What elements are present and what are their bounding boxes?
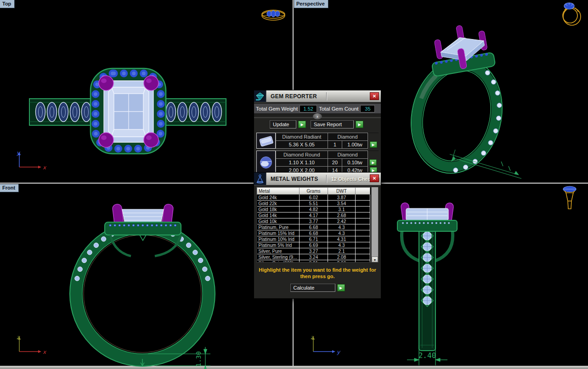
- metal-weights-panel: METAL WEIGHTS 12 Objects Checked ✕ Metal…: [254, 172, 381, 299]
- titlebar-separator: [326, 92, 327, 101]
- top-ring: [29, 68, 226, 154]
- axis-indicator-front: z x: [13, 334, 51, 356]
- right-ring: [397, 202, 457, 351]
- metal-weights-close-button[interactable]: ✕: [370, 174, 379, 182]
- cad-workspace: Top Perspective Front: [0, 0, 588, 369]
- gem-group: Diamond RoundDiamond1.10 X 1.10200.10tw▶…: [256, 151, 379, 173]
- axis-label-x: x: [43, 164, 47, 171]
- gem-list: Diamond RadiantDiamond5.36 X 5.0511.00tw…: [254, 133, 381, 173]
- gem-row: 5.36 X 5.0511.00tw▶: [276, 141, 379, 149]
- gem-count: 1: [328, 141, 342, 149]
- gem-size: 1.10 X 1.10: [276, 159, 328, 167]
- gem-row: 1.10 X 1.10200.10tw▶: [276, 159, 379, 167]
- perspective-orientation-ring-icon: [563, 3, 581, 25]
- metal-weights-titlebar[interactable]: METAL WEIGHTS 12 Objects Checked ✕: [254, 173, 381, 185]
- right-dimension-text: 2.40: [418, 351, 436, 360]
- gem-name: Diamond Round: [276, 151, 328, 159]
- gem-weight: 0.10tw: [342, 159, 368, 167]
- total-gem-count-label: Total Gem Count: [319, 106, 358, 112]
- right-orientation-ring-icon: [563, 186, 576, 209]
- column-header-dwt[interactable]: DWT: [328, 188, 356, 195]
- gem-go-button[interactable]: ▶: [369, 159, 377, 166]
- arrow-down-icon: ▼: [373, 258, 377, 262]
- collapse-divider: ▲: [254, 115, 381, 118]
- center-stone: [104, 81, 153, 142]
- column-header-metal[interactable]: Metal: [257, 188, 300, 195]
- metal-row[interactable]: Gold 14k4.172.68: [257, 212, 370, 218]
- update-go-button[interactable]: ▶: [298, 121, 306, 128]
- calculate-button[interactable]: Calculate: [290, 284, 335, 292]
- metal-row[interactable]: Gold 18k4.823.1: [257, 207, 370, 212]
- gem-reporter-title: GEM REPORTER: [266, 93, 326, 100]
- viewport-label-perspective[interactable]: Perspective: [294, 0, 328, 8]
- save-report-button[interactable]: Save Report: [311, 120, 354, 129]
- axis-indicator-top: y x: [13, 150, 51, 172]
- close-icon: ✕: [373, 94, 376, 99]
- right-head: [397, 202, 457, 231]
- calculate-go-button[interactable]: ▶: [337, 284, 345, 291]
- gem-group: Diamond RadiantDiamond5.36 X 5.0511.00tw…: [256, 133, 379, 149]
- play-icon: ▶: [300, 123, 303, 127]
- axis-indicator-right: z y: [307, 334, 345, 356]
- instruction-line-1: Highlight the item you want to find the …: [254, 267, 381, 273]
- scroll-down-button[interactable]: ▼: [372, 257, 378, 263]
- chevron-up-icon: ▲: [316, 115, 319, 118]
- metal-row[interactable]: Platinum 15% Irid6.684.3: [257, 230, 370, 236]
- metal-row[interactable]: Platinum, Pure6.684.3: [257, 224, 370, 230]
- metal-weights-title: METAL WEIGHTS: [266, 176, 326, 182]
- metal-row[interactable]: Silver, Pure3.272.1: [257, 248, 370, 254]
- front-ring: [70, 204, 215, 366]
- total-gem-count-value: 35: [360, 105, 375, 112]
- front-head: [105, 204, 181, 235]
- update-button[interactable]: Update: [270, 120, 296, 129]
- axis-label-y: y: [337, 349, 341, 355]
- instruction-text: Highlight the item you want to find the …: [254, 267, 381, 280]
- metal-row[interactable]: Silver, Coin (900)3.212.06: [257, 260, 370, 263]
- gem-count: 20: [328, 159, 342, 167]
- gem-reporter-titlebar[interactable]: GEM REPORTER ✕: [254, 90, 381, 102]
- gem-material: Diamond: [328, 133, 368, 141]
- metal-table: Metal Grams DWT Gold 24k6.023.87Gold 22k…: [257, 187, 370, 263]
- gem-material: Diamond: [328, 151, 368, 159]
- gem-name: Diamond Radiant: [276, 133, 328, 141]
- viewport-label-front[interactable]: Front: [0, 184, 19, 192]
- metal-row[interactable]: Silver, Sterling (9...3.242.08: [257, 254, 370, 260]
- radiant-gem-icon: [256, 133, 276, 149]
- metal-row[interactable]: Gold 22k5.513.54: [257, 201, 370, 207]
- perspective-ring: [399, 21, 521, 183]
- top-orientation-ring-icon: [262, 10, 285, 20]
- gem-go-button[interactable]: ▶: [370, 141, 377, 148]
- collapse-button[interactable]: ▲: [313, 113, 322, 119]
- viewport-label-top[interactable]: Top: [0, 0, 15, 8]
- gem-weight: 1.00tw: [342, 141, 368, 149]
- front-dimension-text: 1.30: [195, 351, 202, 367]
- metal-row[interactable]: Gold 10k3.772.42: [257, 218, 370, 224]
- metal-row[interactable]: Gold 24k6.023.87: [257, 195, 370, 201]
- scrollbar[interactable]: ▼: [371, 187, 378, 263]
- gem-totals-row: Total Gem Weight 1.52 Total Gem Count 35: [254, 104, 381, 114]
- play-icon: ▶: [358, 123, 361, 127]
- gem-reporter-panel: GEM REPORTER ✕ Total Gem Weight 1.52 Tot…: [254, 90, 381, 173]
- total-gem-weight-label: Total Gem Weight: [256, 106, 298, 112]
- play-icon: ▶: [339, 286, 342, 290]
- titlebar-separator: [326, 175, 327, 183]
- metal-row[interactable]: Platinum 5% Irid6.694.3: [257, 242, 370, 248]
- gem-size: 5.36 X 5.05: [276, 141, 328, 149]
- total-gem-weight-value: 1.52: [300, 105, 317, 112]
- column-header-blank: [356, 188, 370, 195]
- gem-reporter-close-button[interactable]: ✕: [370, 92, 379, 100]
- save-report-go-button[interactable]: ▶: [356, 121, 363, 128]
- metal-weights-icon: [254, 173, 266, 185]
- close-icon: ✕: [373, 176, 376, 181]
- gem-reporter-icon: [254, 90, 266, 102]
- metal-table-container: Metal Grams DWT Gold 24k6.023.87Gold 22k…: [256, 187, 379, 263]
- round-gem-icon: [256, 151, 276, 173]
- column-header-grams[interactable]: Grams: [300, 188, 328, 195]
- metal-row[interactable]: Platinum 10% Irid6.714.31: [257, 236, 370, 242]
- axis-label-x: x: [43, 349, 47, 355]
- instruction-line-2: then press go.: [254, 273, 381, 280]
